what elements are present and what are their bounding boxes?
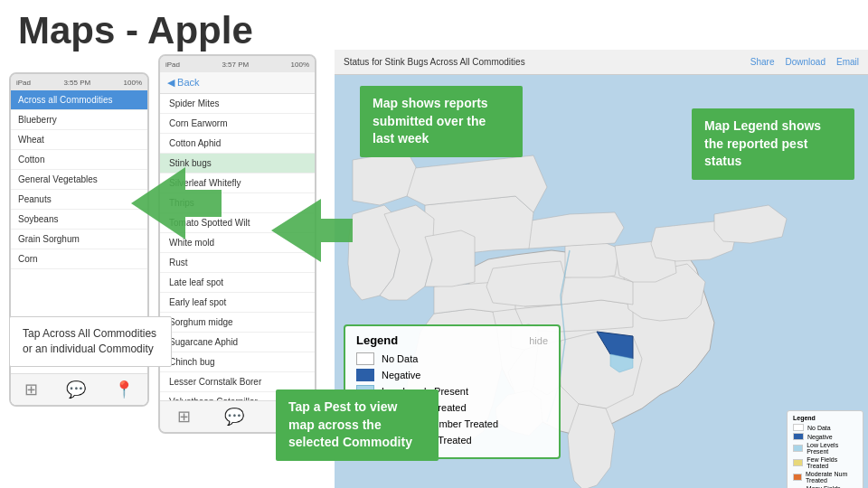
commodity-peanuts[interactable]: Peanuts [11,190,147,210]
download-button[interactable]: Download [786,57,826,67]
pest-spider-mites[interactable]: Spider Mites [160,94,315,114]
commodity-across-all[interactable]: Across all Commodities [11,90,147,110]
svg-marker-2 [271,199,353,262]
no-data-label: No Data [382,353,418,364]
ls-no-data: No Data [793,424,857,431]
arrow-to-pest-list [271,199,353,262]
battery-right: 100% [291,61,309,69]
ls-moderate-label: Moderate Num Treated [806,471,857,483]
ipad-label-left: iPad [16,79,31,87]
page-title: Maps - Apple [18,9,253,52]
time-right: 3:57 PM [222,61,249,69]
map-status-bar: Status for Stink Bugs Across All Commodi… [335,50,868,75]
no-data-swatch [356,352,374,365]
pest-chinch[interactable]: Chinch bug [160,352,315,372]
commodity-wheat[interactable]: Wheat [11,130,147,150]
legend-negative: Negative [356,369,548,381]
ls-few-label: Few Fields Treated [807,456,857,469]
callout-map-legend: Map Legend shows the reported pest statu… [692,108,854,180]
pest-cotton-aphid[interactable]: Cotton Aphid [160,134,315,154]
toolbar-icon-3[interactable]: 📍 [114,380,134,399]
commodity-cotton[interactable]: Cotton [11,150,147,170]
ls-few: Few Fields Treated [793,456,857,469]
legend-header: Legend hide [356,333,548,347]
left-toolbar: ⊞ 💬 📍 [11,373,147,405]
ls-few-swatch [793,459,803,466]
callout-map-shows: Map shows reports submitted over the las… [360,86,523,157]
pest-corn-earworm[interactable]: Corn Earworm [160,114,315,134]
ls-negative-label: Negative [807,434,833,440]
ls-low-swatch [793,445,803,452]
share-button[interactable]: Share [750,57,775,67]
map-status-title: Status for Stink Bugs Across All Commodi… [344,57,740,67]
ls-negative: Negative [793,433,857,440]
pest-early-leaf[interactable]: Early leaf spot [160,293,315,313]
ls-moderate-swatch [793,474,802,481]
status-bar-left: iPad 3:55 PM 100% [11,74,147,90]
toolbar-icon-r2[interactable]: 💬 [224,407,244,427]
arrow-to-left-ipad [131,167,222,239]
commodity-grain-sorghum[interactable]: Grain Sorghum [11,230,147,249]
back-bar: ◀ Back [160,72,315,94]
ls-low: Low Levels Present [793,442,857,455]
back-button[interactable]: ◀ Back [167,77,200,89]
ls-negative-swatch [793,433,804,440]
legend-small-title: Legend [793,415,857,421]
ls-low-label: Low Levels Present [807,442,857,455]
legend-small: Legend No Data Negative Low Levels Prese… [787,410,863,488]
email-button[interactable]: Email [836,57,859,67]
ls-moderate: Moderate Num Treated [793,471,857,483]
callout-tap-commodity: Tap Across All Commodities or an individ… [9,316,172,367]
time-left: 3:55 PM [63,79,90,87]
commodity-soybeans[interactable]: Soybeans [11,210,147,230]
toolbar-icon-2[interactable]: 💬 [66,380,86,399]
pest-sugarcane[interactable]: Sugarcane Aphid [160,333,315,352]
commodity-general-veg[interactable]: General Vegetables [11,170,147,190]
legend-hide-button[interactable]: hide [529,335,548,346]
toolbar-icon-1[interactable]: ⊞ [24,380,38,399]
pest-sorghum-midge[interactable]: Sorghum midge [160,313,315,333]
negative-label: Negative [382,370,420,380]
pest-late-leaf[interactable]: Late leaf spot [160,273,315,293]
commodity-corn[interactable]: Corn [11,249,147,269]
svg-marker-1 [131,167,222,239]
status-bar-right: iPad 3:57 PM 100% [160,56,315,72]
ls-no-data-label: No Data [807,425,831,431]
battery-left: 100% [124,79,142,87]
commodity-blueberry[interactable]: Blueberry [11,110,147,130]
ipad-label-right: iPad [165,61,180,69]
legend-title: Legend [356,333,398,347]
negative-swatch [356,369,374,381]
ls-no-data-swatch [793,424,804,431]
legend-no-data: No Data [356,352,548,365]
toolbar-icon-r1[interactable]: ⊞ [177,407,191,427]
callout-tap-pest: Tap a Pest to view map across the select… [276,389,439,461]
